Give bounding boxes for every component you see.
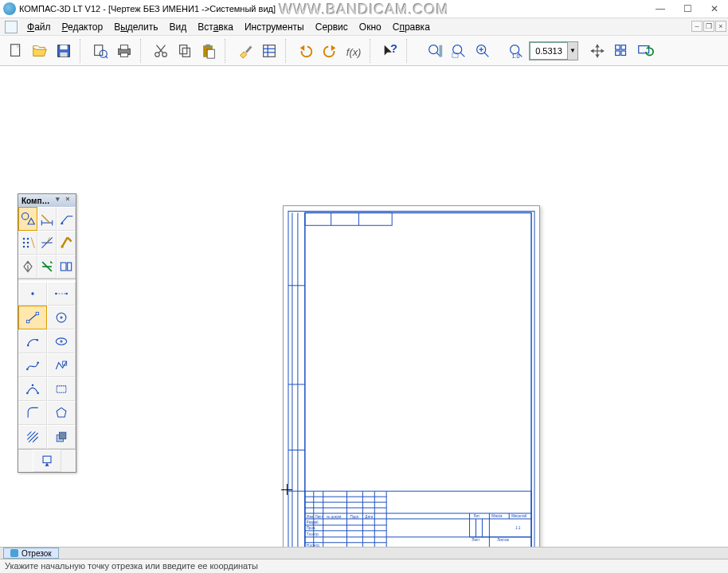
new-button[interactable] [5,39,27,63]
label-ratio: 1:1 [515,526,521,530]
pan-button[interactable] [586,39,609,63]
refresh-button[interactable] [634,39,656,63]
document-tab-bar: Отрезок [0,547,728,559]
print-button[interactable] [113,39,135,63]
label-listov: Листов [497,538,509,542]
measure-tab[interactable] [18,255,37,279]
zoom-current-button[interactable]: 1.0 [505,39,527,63]
undo-button[interactable] [295,39,317,63]
label-prov: Пров. [307,526,316,530]
equidistant-tool[interactable] [47,425,76,449]
svg-rect-109 [68,263,72,271]
aux-line-tool[interactable] [47,282,76,306]
svg-point-96 [27,238,29,240]
parameterization-tab[interactable] [57,231,76,255]
close-button[interactable]: ✕ [701,0,728,18]
svg-rect-45 [639,45,649,53]
svg-point-103 [61,245,63,248]
point-tool[interactable] [18,282,47,306]
ellipse-tool[interactable] [47,329,76,353]
inner-close[interactable]: × [715,21,726,32]
zoom-fit-button[interactable] [424,39,446,63]
menu-select[interactable]: Выделить [109,20,162,34]
svg-point-130 [32,384,34,387]
hatch-tool[interactable] [18,425,47,449]
associative-views-tab[interactable] [57,255,76,279]
maximize-button[interactable]: ☐ [674,0,701,18]
zoom-in-button[interactable] [472,39,494,63]
svg-rect-137 [60,432,66,439]
zoom-dropdown[interactable]: ▼ [568,42,577,60]
menu-view[interactable]: Вид [165,20,192,34]
variables-button[interactable]: f(x) [342,39,365,63]
label-razrab: Разраб. [307,520,319,524]
minimize-button[interactable]: — [647,0,674,18]
main-toolbar: f(x) ? 1.0 ▼ [0,36,728,66]
selection-tab[interactable] [37,255,57,279]
cut-button[interactable] [150,39,172,63]
print-preview-button[interactable] [89,39,112,63]
workspace[interactable]: Изм. Лист № докум. Подп. Дата Разраб. Пр… [0,66,728,547]
grid-snap-button[interactable] [610,39,632,63]
fillet-tool[interactable] [18,401,47,425]
copy-button[interactable] [174,39,196,63]
geometry-tab[interactable] [18,207,37,231]
svg-rect-4 [95,45,103,55]
menu-service[interactable]: Сервис [311,20,353,34]
svg-rect-116 [36,312,38,314]
zoom-input-wrap[interactable]: ▼ [529,41,578,60]
save-button[interactable] [53,39,75,63]
drawing-sheet[interactable]: Изм. Лист № докум. Подп. Дата Разраб. Пр… [283,205,540,568]
circle-tool[interactable] [47,306,76,329]
polygon-tool[interactable] [47,401,76,425]
tool-palette[interactable]: Компа... ▾ × [18,193,76,473]
doc-icon[interactable] [5,21,18,33]
rectangle-tool[interactable] [47,377,76,401]
inner-minimize[interactable]: – [691,21,703,32]
menu-bar: Файл Редактор Выделить Вид Вставка Инстр… [0,18,728,36]
svg-line-133 [27,431,35,439]
redo-button[interactable] [319,39,341,63]
whats-this-button[interactable]: ? [379,39,401,63]
edit-tab[interactable] [37,231,57,255]
broken-line-tool[interactable] [47,353,76,377]
palette-titlebar[interactable]: Компа... ▾ × [18,194,76,207]
paste-button[interactable] [198,39,220,63]
zoom-window-button[interactable] [448,39,470,63]
zoom-input[interactable] [530,42,568,60]
menu-tools[interactable]: Инструменты [240,20,309,34]
inner-restore[interactable]: ❐ [703,21,714,32]
svg-rect-41 [616,45,620,49]
menu-file[interactable]: Файл [22,20,56,34]
label-list: Лист [315,515,323,519]
brush-button[interactable] [234,39,256,63]
spline-tool[interactable] [18,353,47,377]
dimensions-tab[interactable] [37,207,57,231]
palette-menu-icon[interactable]: ▾ [53,196,62,205]
menu-edit[interactable]: Редактор [57,20,108,34]
notation-tab[interactable] [57,207,76,231]
bezier-tool[interactable] [18,377,47,401]
segment-tool[interactable] [18,306,47,329]
svg-line-132 [27,431,31,435]
arc-tool[interactable] [18,329,47,353]
menu-window[interactable]: Окно [354,20,386,34]
svg-line-134 [29,433,38,442]
svg-text:?: ? [390,42,397,55]
menu-insert[interactable]: Вставка [193,20,238,34]
assembly-contour-tool[interactable] [33,450,61,472]
svg-rect-115 [27,320,29,322]
properties-button[interactable] [258,39,280,63]
status-text: Укажите начальную точку отрезка или введ… [5,561,258,571]
svg-point-126 [37,361,38,364]
palette-close-icon[interactable]: × [63,196,72,205]
tool-status-tab[interactable]: Отрезок [3,548,59,559]
menu-help[interactable]: Справка [388,20,435,34]
svg-point-129 [37,392,38,395]
construction-notation-tab[interactable] [18,231,37,255]
open-button[interactable] [29,39,51,63]
svg-point-97 [27,242,29,244]
svg-rect-43 [616,51,620,56]
label-podp: Подп. [350,515,359,519]
label-masshtab: Масштаб [511,514,527,518]
